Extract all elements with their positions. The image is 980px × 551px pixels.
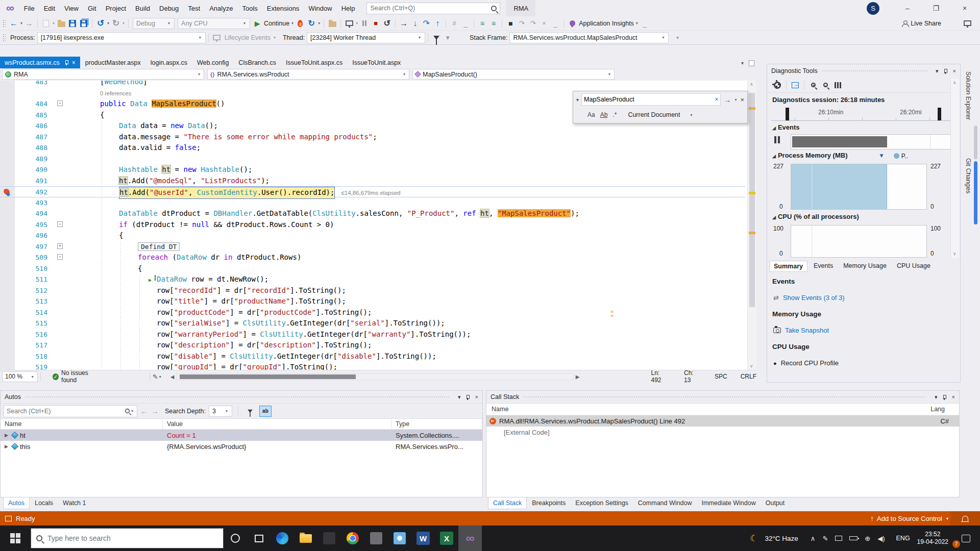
app-icon-file-explorer[interactable] <box>294 525 317 551</box>
show-next-statement-button[interactable]: → <box>398 17 409 30</box>
search-scope-dropdown[interactable]: Current Document▾ <box>625 109 696 120</box>
app-icon-google-chrome[interactable] <box>341 525 364 551</box>
code-line-483[interactable]: 483[WebMethod] <box>0 81 745 88</box>
variable-name-cell[interactable]: ▶ht <box>1 430 163 441</box>
find-close-icon[interactable]: × <box>740 96 744 104</box>
search-depth-dropdown[interactable]: 3▾ <box>209 406 232 417</box>
diagnostic-tab-summary[interactable]: Summary <box>769 261 807 272</box>
side-tab-solution-explorer[interactable]: Solution Explorer <box>965 71 972 120</box>
doc-tab-web-config[interactable]: Web.config <box>192 57 233 68</box>
panel-tab-exception-settings[interactable]: Exception Settings <box>571 497 633 509</box>
side-tab-git-changes[interactable]: Git Changes <box>965 158 972 193</box>
scrollbar-thumb[interactable] <box>749 93 755 307</box>
app-icon-photos-app[interactable] <box>388 525 411 551</box>
code-line-493[interactable]: 493 <box>0 197 745 209</box>
pin-icon[interactable] <box>943 69 947 73</box>
diagnostic-tab-memory-usage[interactable]: Memory Usage <box>839 261 891 272</box>
action-center-button[interactable]: 7 <box>955 525 976 551</box>
hidden-icons-chevron[interactable]: ∧ <box>811 535 816 542</box>
panel-tab-immediate-window[interactable]: Immediate Window <box>697 497 760 509</box>
session-end-marker[interactable] <box>938 108 941 120</box>
tab-close-icon[interactable]: × <box>72 59 76 66</box>
diagnostic-tab-cpu-usage[interactable]: CPU Usage <box>893 261 935 272</box>
diagnostic-tools-title-bar[interactable]: Diagnostic Tools ▾ × <box>767 64 960 78</box>
step-over-button[interactable]: ↷ <box>421 17 432 30</box>
class-dropdown[interactable]: {}RMA.Services.wsProduct▾ <box>207 69 409 80</box>
code-line-514[interactable]: 514row["productCode"] = dr["productCode"… <box>0 307 745 318</box>
panel-tab-command-window[interactable]: Command Window <box>633 497 697 509</box>
panel-menu-icon[interactable]: ▾ <box>458 394 461 400</box>
menu-item-build[interactable]: Build <box>131 0 155 16</box>
memory-section-header[interactable]: ◢Process Memory (MB) <box>772 152 847 159</box>
autos-row-ht[interactable]: ▶htCount = 1System.Collections.... <box>1 430 482 441</box>
pause-events-icon[interactable] <box>774 136 780 143</box>
filter-threads-icon[interactable] <box>431 32 442 44</box>
quick-search-box[interactable] <box>366 3 500 14</box>
variable-value-cell[interactable]: {RMA.Services.wsProduct} <box>163 441 391 452</box>
autos-search-box[interactable]: ▾ <box>4 405 137 417</box>
collapse-region-icon[interactable]: − <box>57 101 63 106</box>
app-icon-dark-app[interactable] <box>317 525 341 551</box>
live-share-icon[interactable] <box>899 17 911 30</box>
call-stack-row[interactable]: [External Code] <box>486 427 959 438</box>
app-icon-visual-studio[interactable]: ∞ <box>458 525 482 551</box>
column-header-value[interactable]: Value <box>163 419 391 430</box>
timeline-ruler[interactable]: 26:10min 26:20mi <box>771 107 958 121</box>
code-line-495[interactable]: 495−if (dtProduct != null && dtProduct.R… <box>0 219 745 231</box>
hscroll-left-icon[interactable]: ◀ <box>170 374 175 380</box>
weather-label[interactable]: 32°C Haze <box>765 535 798 542</box>
reset-view-icon[interactable] <box>831 80 844 91</box>
app-icon-microsoft-edge[interactable] <box>271 525 294 551</box>
doc-tab-wsproduct-asmx-cs[interactable]: wsProduct.asmx.cs× <box>0 57 80 68</box>
hscroll-right-icon[interactable]: ▶ <box>576 374 580 380</box>
block-selection-icon[interactable]: ■ <box>505 17 516 30</box>
collapse-region-icon[interactable]: − <box>57 221 63 227</box>
scroll-up-icon[interactable]: ∧ <box>953 80 957 85</box>
toolbar-overflow-icon[interactable]: ▾ <box>672 32 683 44</box>
pin-icon[interactable] <box>942 395 946 399</box>
find-options-chevron-icon[interactable]: ▾ <box>734 97 737 102</box>
application-insights-dropdown[interactable]: Application Insights <box>579 20 634 27</box>
toolbar-grip[interactable] <box>3 34 6 42</box>
step-into-button[interactable]: ↓ <box>409 17 421 30</box>
doc-tab-productmaster-aspx[interactable]: productMaster.aspx <box>81 57 145 68</box>
code-line-491[interactable]: 491ht.Add("@modeSql", "ListProducts"); <box>0 176 745 187</box>
indent-decrease-icon[interactable]: ≡ <box>477 17 488 30</box>
send-feedback-icon[interactable] <box>962 17 973 30</box>
restore-button[interactable]: ❐ <box>922 0 950 16</box>
menu-item-help[interactable]: Help <box>337 0 360 16</box>
project-dropdown[interactable]: RMA▾ <box>2 69 204 80</box>
collapsed-region-box[interactable]: Defind DT <box>138 242 180 251</box>
continue-button[interactable]: ▶ <box>252 17 263 30</box>
diagnostic-tab-events[interactable]: Events <box>810 261 837 272</box>
pen-tray-icon[interactable]: ✎ <box>822 535 828 542</box>
current-statement-breakpoint-icon[interactable] <box>3 189 10 196</box>
toolbar-grip[interactable] <box>3 19 6 28</box>
find-input[interactable] <box>584 96 715 103</box>
new-file-button[interactable] <box>40 17 52 30</box>
add-to-source-control-button[interactable]: Add to Source Control <box>877 515 942 522</box>
code-line-512[interactable]: 512row["recordId"] = dr["recordId"].ToSt… <box>0 285 745 296</box>
panel-close-icon[interactable]: × <box>475 394 478 400</box>
cpu-section-header[interactable]: ◢CPU (% of all processors) <box>772 213 859 220</box>
menu-item-tools[interactable]: Tools <box>237 0 262 16</box>
menu-item-edit[interactable]: Edit <box>39 0 60 16</box>
code-lines[interactable]: 483[WebMethod]0 references484−public Dat… <box>0 81 745 370</box>
expand-icon[interactable]: ▶ <box>5 444 10 449</box>
cortana-button[interactable] <box>224 525 247 551</box>
code-line-487[interactable]: 487data.message = "There is some error w… <box>0 132 745 143</box>
menu-item-view[interactable]: View <box>60 0 83 16</box>
panel-tab-breakpoints[interactable]: Breakpoints <box>527 497 570 509</box>
record-cpu-profile-link[interactable]: ●Record CPU Profile <box>773 359 839 367</box>
expand-region-icon[interactable]: + <box>57 243 63 249</box>
restart-application-button[interactable]: ↻ <box>306 17 317 30</box>
code-line-511[interactable]: 511▶DataRow row = dt.NewRow(); <box>0 274 745 285</box>
events-section-header[interactable]: ◢Events <box>772 123 800 131</box>
display-tray-icon[interactable] <box>835 536 842 541</box>
column-header-name[interactable]: Name <box>1 419 163 430</box>
match-case-button[interactable]: Aa <box>587 111 595 118</box>
panel-menu-icon[interactable]: ▾ <box>936 68 939 74</box>
show-raw-structure-toggle[interactable]: ab <box>259 406 272 417</box>
show-events-link[interactable]: ⇄Show Events (3 of 3) <box>773 294 845 302</box>
notifications-button[interactable] <box>950 511 980 525</box>
